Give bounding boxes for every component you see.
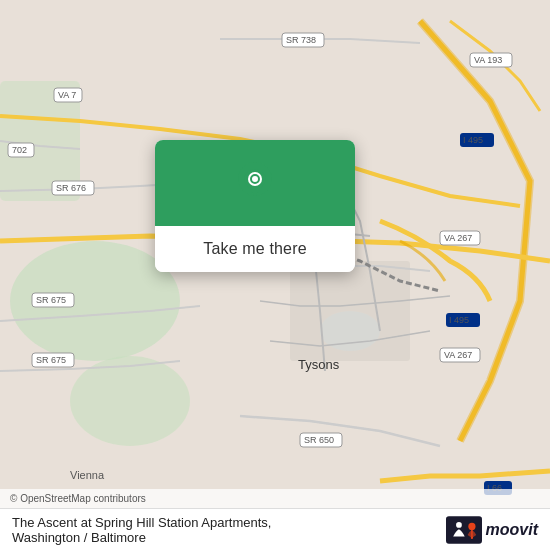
svg-text:VA 193: VA 193 xyxy=(474,55,502,65)
moovit-logo: moovit xyxy=(446,516,538,544)
svg-text:702: 702 xyxy=(12,145,27,155)
location-pin-icon xyxy=(236,162,274,208)
svg-text:Vienna: Vienna xyxy=(70,469,105,481)
svg-point-41 xyxy=(468,522,475,529)
svg-rect-39 xyxy=(446,516,482,543)
map-container: SR 738 VA 193 VA 7 702 SR 676 I 495 VA 2… xyxy=(0,0,550,550)
svg-text:SR 650: SR 650 xyxy=(304,435,334,445)
svg-text:SR 738: SR 738 xyxy=(286,35,316,45)
take-me-there-button[interactable]: Take me there xyxy=(155,226,355,272)
svg-text:I 495: I 495 xyxy=(449,315,469,325)
svg-text:SR 676: SR 676 xyxy=(56,183,86,193)
svg-text:I 495: I 495 xyxy=(463,135,483,145)
svg-text:VA 267: VA 267 xyxy=(444,233,472,243)
svg-text:SR 675: SR 675 xyxy=(36,295,66,305)
svg-text:SR 675: SR 675 xyxy=(36,355,66,365)
attribution-bar: © OpenStreetMap contributors xyxy=(0,489,550,508)
moovit-wordmark: moovit xyxy=(486,521,538,539)
popup-header xyxy=(155,140,355,226)
svg-point-40 xyxy=(456,522,462,528)
svg-text:VA 267: VA 267 xyxy=(444,350,472,360)
attribution-text: © OpenStreetMap contributors xyxy=(10,493,146,504)
popup-card: Take me there xyxy=(155,140,355,272)
svg-point-42 xyxy=(470,536,472,538)
location-subtitle: Washington / Baltimore xyxy=(12,530,271,545)
location-title: The Ascent at Spring Hill Station Apartm… xyxy=(12,515,271,530)
map-svg: SR 738 VA 193 VA 7 702 SR 676 I 495 VA 2… xyxy=(0,0,550,550)
svg-point-2 xyxy=(70,356,190,446)
svg-text:VA 7: VA 7 xyxy=(58,90,76,100)
info-bar: The Ascent at Spring Hill Station Apartm… xyxy=(0,508,550,550)
moovit-icon xyxy=(446,516,482,544)
svg-text:Tysons: Tysons xyxy=(298,357,340,372)
svg-point-38 xyxy=(251,175,259,183)
